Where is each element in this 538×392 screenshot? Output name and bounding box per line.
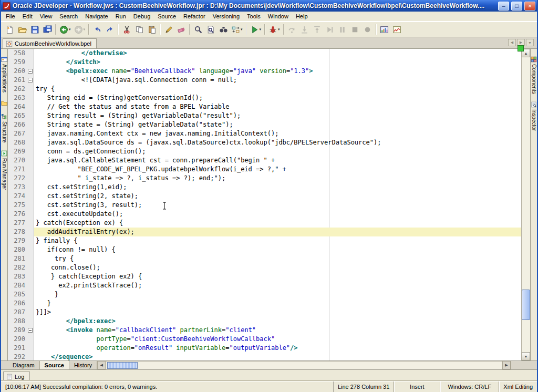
code-line-281[interactable]: 281 try {	[8, 254, 521, 263]
fold-gutter[interactable]	[27, 67, 34, 76]
collapse-icon[interactable]	[28, 328, 33, 333]
dock-tab-applications[interactable]: Applications	[1, 56, 7, 92]
toggle-breakpoint-button[interactable]	[361, 23, 374, 36]
dock-tab-run-manager[interactable]: Run Manager	[1, 150, 7, 190]
step-into-button[interactable]	[298, 23, 311, 36]
dock-tab-structure[interactable]: Structure	[1, 114, 7, 143]
scroll-down-button[interactable]: ▼	[522, 352, 530, 360]
tab-scroll-left-button[interactable]: ◀	[508, 39, 516, 46]
profile-cpu-button[interactable]	[391, 23, 404, 36]
dock-tab-resource-palette[interactable]	[1, 100, 7, 106]
code-line-286[interactable]: 286 }	[8, 299, 521, 308]
code-line-264[interactable]: 264 // Get the status and state from a B…	[8, 102, 521, 111]
close-button[interactable]: ×	[524, 2, 535, 11]
code-line-260[interactable]: 260 <bpelx:exec name="BeehiveCallback" l…	[8, 67, 521, 76]
resume-button[interactable]	[324, 23, 336, 36]
code-line-269[interactable]: 269 conn = ds.getConnection();	[8, 147, 521, 156]
document-tab-custombeehiveworkflow[interactable]: CustomBeehiveWorkflow.bpel	[3, 38, 97, 48]
code-line-282[interactable]: 282 conn.close();	[8, 263, 521, 272]
step-over-button[interactable]	[286, 23, 298, 36]
code-line-258[interactable]: 258 </otherwise>	[8, 49, 521, 58]
search-document-button[interactable]	[204, 23, 217, 36]
menu-debug[interactable]: Debug	[130, 12, 154, 20]
menu-file[interactable]: File	[2, 12, 19, 20]
view-tab-history[interactable]: History	[69, 361, 97, 369]
paste-button[interactable]	[146, 23, 158, 36]
collapse-icon[interactable]	[28, 69, 33, 74]
menu-window[interactable]: Window	[264, 12, 292, 20]
debug-button[interactable]: ▾	[267, 23, 282, 36]
menu-source[interactable]: Source	[154, 12, 180, 20]
code-line-276[interactable]: 276 cst.executeUpdate();	[8, 210, 521, 219]
menu-search[interactable]: Search	[56, 12, 81, 20]
code-line-261[interactable]: 261 <![CDATA[java.sql.Connection conn = …	[8, 76, 521, 85]
hscroll-right-button[interactable]: ▶	[502, 361, 511, 369]
minimize-button[interactable]: –	[498, 2, 509, 11]
save-button[interactable]	[28, 23, 41, 36]
menu-tools[interactable]: Tools	[243, 12, 264, 20]
code-line-274[interactable]: 274 cst.setString(2, state);	[8, 192, 521, 201]
cut-button[interactable]	[120, 23, 133, 36]
code-line-283[interactable]: 283 } catch(Exception ex2) {	[8, 272, 521, 281]
code-line-272[interactable]: 272 " i_state => ?, i_status => ?); end;…	[8, 174, 521, 183]
collapse-icon[interactable]	[28, 78, 33, 82]
code-line-265[interactable]: 265 String result = (String) getVariable…	[8, 111, 521, 120]
search-button[interactable]	[192, 23, 204, 36]
back-button[interactable]: ▾	[58, 23, 73, 36]
code-line-278[interactable]: 278 addAuditTrailEntry(ex);	[8, 228, 521, 236]
hscroll-left-button[interactable]: ◀	[97, 361, 106, 369]
dock-tab-components[interactable]: Components	[531, 56, 537, 94]
terminate-button[interactable]	[349, 23, 361, 36]
code-line-291[interactable]: 291 operation="onResult" inputVariable="…	[8, 344, 521, 353]
eraser-button[interactable]	[175, 23, 188, 36]
menu-navigate[interactable]: Navigate	[81, 12, 111, 20]
vertical-scrollbar[interactable]: ▲ ▼	[521, 49, 530, 360]
new-file-button[interactable]	[3, 23, 16, 36]
code-line-279[interactable]: 279} finally {	[8, 236, 521, 245]
code-line-290[interactable]: 290 portType="client:CustomBeehiveWorkfl…	[8, 335, 521, 344]
copy-button[interactable]	[133, 23, 146, 36]
find-usages-button[interactable]	[217, 23, 230, 36]
open-file-button[interactable]	[16, 23, 28, 36]
view-tab-diagram[interactable]: Diagram	[8, 361, 40, 369]
log-tab[interactable]: Log	[3, 372, 30, 381]
code-line-267[interactable]: 267 javax.naming.Context ctx = new javax…	[8, 129, 521, 138]
code-line-259[interactable]: 259 </switch>	[8, 58, 521, 67]
code-line-280[interactable]: 280 if(conn != null) {	[8, 245, 521, 254]
horizontal-scroll-thumb[interactable]	[107, 362, 138, 369]
horizontal-scrollbar[interactable]	[106, 361, 502, 369]
code-line-275[interactable]: 275 cst.setString(3, result);	[8, 201, 521, 210]
code-line-284[interactable]: 284 ex2.printStackTrace();	[8, 281, 521, 290]
save-all-button[interactable]	[41, 23, 54, 36]
code-line-287[interactable]: 287}]]>	[8, 308, 521, 317]
replace-button[interactable]: ▾	[230, 23, 244, 36]
forward-button[interactable]: ▾	[73, 23, 87, 36]
view-tab-source[interactable]: Source	[40, 361, 69, 369]
code-line-288[interactable]: 288 </bpelx:exec>	[8, 317, 521, 326]
fold-gutter[interactable]	[27, 76, 34, 85]
code-line-292[interactable]: 292 </sequence>	[8, 353, 521, 360]
maximize-button[interactable]: □	[511, 2, 522, 11]
step-out-button[interactable]	[311, 23, 324, 36]
pen-button[interactable]	[162, 23, 175, 36]
menu-refactor[interactable]: Refactor	[180, 12, 209, 20]
code-area[interactable]: 258 </otherwise>259 </switch>260 <bpelx:…	[8, 49, 521, 360]
profile-memory-button[interactable]	[378, 23, 391, 36]
code-line-273[interactable]: 273 cst.setString(1,eid);	[8, 183, 521, 192]
code-line-271[interactable]: 271 "BEE_CODE_WF_BPEL_PKG.updatebpelWork…	[8, 165, 521, 174]
menu-run[interactable]: Run	[112, 12, 130, 20]
run-button[interactable]: ▾	[249, 23, 263, 36]
code-line-262[interactable]: 262try {	[8, 85, 521, 94]
tab-list-button[interactable]: ▼	[526, 39, 534, 46]
code-line-277[interactable]: 277} catch(Exception ex) {	[8, 219, 521, 228]
code-line-285[interactable]: 285 }	[8, 290, 521, 299]
pause-button[interactable]	[336, 23, 349, 36]
code-line-268[interactable]: 268 javax.sql.DataSource ds = (javax.sql…	[8, 138, 521, 147]
fold-gutter[interactable]	[27, 326, 34, 335]
code-line-270[interactable]: 270 java.sql.CallableStatement cst = con…	[8, 156, 521, 165]
redo-button[interactable]	[104, 23, 116, 36]
dock-tab-inspector[interactable]: Inspector	[531, 101, 537, 131]
code-line-263[interactable]: 263 String eid = (String)getConversation…	[8, 94, 521, 102]
code-line-266[interactable]: 266 String state = (String) getVariableD…	[8, 120, 521, 129]
vertical-scroll-thumb[interactable]	[522, 290, 530, 320]
